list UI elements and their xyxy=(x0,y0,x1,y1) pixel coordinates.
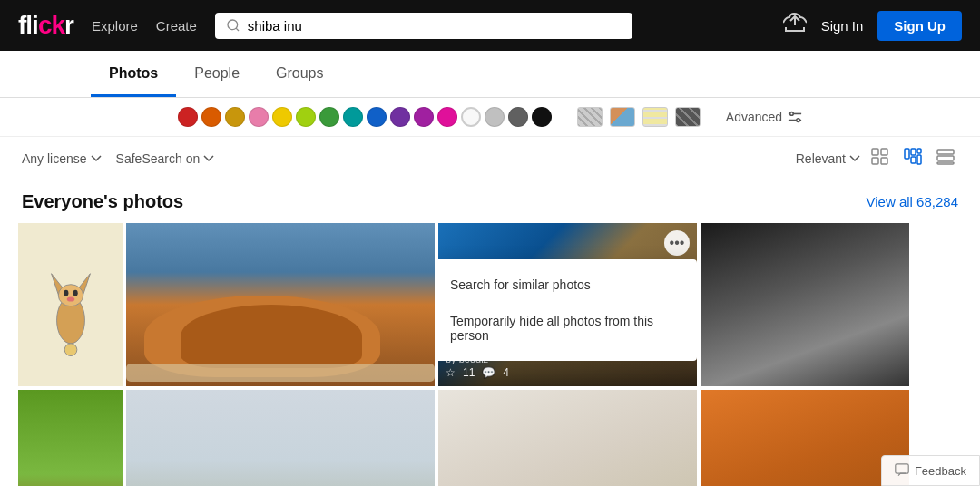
svg-rect-8 xyxy=(872,158,878,164)
feedback-icon xyxy=(895,463,909,478)
svg-line-1 xyxy=(236,28,239,31)
sort-right: Relevant xyxy=(796,144,958,173)
license-dropdown[interactable]: Any license xyxy=(22,151,102,166)
texture-photo[interactable] xyxy=(610,107,635,127)
search-icon xyxy=(226,18,240,33)
star-icon: ☆ xyxy=(446,366,456,379)
view-grid-square[interactable] xyxy=(867,144,893,173)
three-dot-menu-button[interactable]: ••• xyxy=(664,230,690,256)
chevron-down-icon-3 xyxy=(849,155,860,162)
svg-rect-15 xyxy=(937,150,954,154)
svg-rect-10 xyxy=(905,149,909,159)
gallery-section: Everyone's photos View all 68,284 xyxy=(0,180,980,486)
sign-in-button[interactable]: Sign In xyxy=(821,18,864,34)
texture-gray[interactable] xyxy=(577,107,603,127)
color-violet[interactable] xyxy=(390,107,410,127)
svg-rect-14 xyxy=(917,155,921,164)
safesearch-label: SafeSearch on xyxy=(116,151,201,166)
svg-rect-11 xyxy=(911,149,916,155)
color-orange[interactable] xyxy=(201,107,221,127)
feedback-label: Feedback xyxy=(915,464,966,478)
star-count: 11 xyxy=(463,366,475,379)
texture-grid[interactable] xyxy=(642,107,668,127)
license-label: Any license xyxy=(22,151,87,166)
sort-bar: Any license SafeSearch on Relevant xyxy=(0,137,980,180)
color-pink[interactable] xyxy=(249,107,269,127)
header-right: Sign In Sign Up xyxy=(783,11,962,41)
photo-white-dog[interactable] xyxy=(701,223,909,386)
color-dark-gray[interactable] xyxy=(508,107,528,127)
svg-rect-12 xyxy=(911,157,916,163)
explore-link[interactable]: Explore xyxy=(92,18,138,34)
svg-point-21 xyxy=(58,285,83,306)
view-grid-masonry[interactable] xyxy=(900,144,926,173)
chevron-down-icon xyxy=(91,155,102,162)
sliders-icon xyxy=(788,111,802,123)
color-black[interactable] xyxy=(532,107,552,127)
color-white[interactable] xyxy=(461,107,481,127)
photo-brown-dogs[interactable] xyxy=(126,223,435,386)
svg-point-22 xyxy=(64,290,68,296)
upload-icon[interactable] xyxy=(783,13,807,38)
photo-stats: ☆ 11 💬 4 xyxy=(446,366,690,379)
context-menu-item-hide[interactable]: Temporarily hide all photos from this pe… xyxy=(438,303,697,354)
color-yellow[interactable] xyxy=(272,107,292,127)
svg-point-23 xyxy=(73,290,77,296)
gallery-title: Everyone's photos xyxy=(22,191,183,212)
search-input[interactable] xyxy=(248,18,622,34)
relevant-dropdown[interactable]: Relevant xyxy=(796,151,860,166)
color-lime[interactable] xyxy=(296,107,316,127)
photo-shiba-face[interactable]: ••• Search for similar photos Temporaril… xyxy=(438,223,697,386)
photo-shiba-bed[interactable] xyxy=(438,390,697,486)
svg-point-24 xyxy=(66,296,74,301)
header-nav: Explore Create xyxy=(92,18,197,34)
svg-point-25 xyxy=(64,344,77,356)
flickr-logo: flickr xyxy=(18,11,74,40)
svg-rect-9 xyxy=(881,158,887,164)
texture-pattern[interactable] xyxy=(675,107,701,127)
svg-point-0 xyxy=(228,20,238,30)
advanced-button[interactable]: Advanced xyxy=(726,110,802,124)
gallery-header: Everyone's photos View all 68,284 xyxy=(18,180,962,223)
context-menu: Search for similar photos Temporarily hi… xyxy=(438,259,697,361)
svg-rect-13 xyxy=(917,149,921,153)
svg-rect-7 xyxy=(881,149,887,155)
relevant-label: Relevant xyxy=(796,151,846,166)
header: flickr Explore Create Sign In Sign Up xyxy=(0,0,980,51)
sign-up-button[interactable]: Sign Up xyxy=(877,11,962,41)
color-magenta[interactable] xyxy=(437,107,457,127)
color-teal[interactable] xyxy=(343,107,363,127)
color-blue[interactable] xyxy=(367,107,387,127)
color-gold[interactable] xyxy=(225,107,245,127)
color-swatches xyxy=(178,107,552,127)
search-bar xyxy=(215,13,632,39)
feedback-button[interactable]: Feedback xyxy=(881,455,980,486)
tabs-bar: Photos People Groups xyxy=(0,51,980,98)
color-light-gray[interactable] xyxy=(485,107,505,127)
svg-point-5 xyxy=(797,119,800,122)
photo-drawing[interactable] xyxy=(18,223,122,386)
svg-point-4 xyxy=(790,112,794,116)
tab-people[interactable]: People xyxy=(176,51,258,97)
sort-left: Any license SafeSearch on xyxy=(22,151,214,166)
color-green[interactable] xyxy=(319,107,339,127)
view-list[interactable] xyxy=(933,144,958,173)
svg-rect-16 xyxy=(937,156,954,160)
safesearch-dropdown[interactable]: SafeSearch on xyxy=(116,151,215,166)
comment-count: 4 xyxy=(503,366,509,379)
color-red[interactable] xyxy=(178,107,198,127)
photo-shiba-snow[interactable] xyxy=(126,390,435,486)
photo-shiba-outside[interactable] xyxy=(18,390,122,486)
svg-rect-26 xyxy=(896,464,908,473)
create-link[interactable]: Create xyxy=(156,18,197,34)
tab-photos[interactable]: Photos xyxy=(91,51,176,97)
context-menu-item-similar[interactable]: Search for similar photos xyxy=(438,267,697,303)
photo-shiba-sleeping[interactable] xyxy=(701,390,909,486)
svg-rect-17 xyxy=(937,162,954,164)
svg-rect-6 xyxy=(872,149,878,155)
color-purple[interactable] xyxy=(414,107,434,127)
advanced-label: Advanced xyxy=(726,110,782,124)
comment-icon: 💬 xyxy=(482,366,495,379)
tab-groups[interactable]: Groups xyxy=(258,51,341,97)
view-all-link[interactable]: View all 68,284 xyxy=(867,194,958,209)
